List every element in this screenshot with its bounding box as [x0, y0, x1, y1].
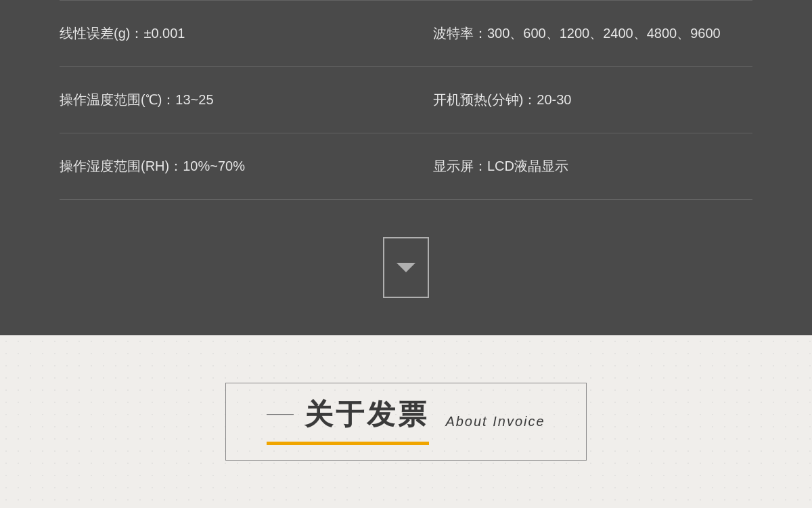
- bottom-section: 关于发票 About Invoice: [0, 335, 812, 508]
- spec-cell-display: 显示屏： LCD液晶显示: [406, 133, 752, 200]
- spec-value: ±0.001: [143, 26, 185, 41]
- spec-cell-warmup: 开机预热(分钟)： 20-30: [406, 67, 752, 133]
- spec-label: 显示屏：: [433, 157, 487, 175]
- chinese-title: 关于发票: [304, 396, 429, 433]
- chevron-down-icon: [397, 263, 415, 272]
- spec-value: 300、600、1200、2400、4800、9600: [487, 24, 721, 43]
- spec-label: 开机预热(分钟)：: [433, 91, 537, 109]
- title-underline: [267, 442, 429, 445]
- spec-value: 10%~70%: [183, 158, 245, 174]
- spec-value: LCD液晶显示: [487, 157, 568, 175]
- title-line: 关于发票 About Invoice: [267, 396, 545, 433]
- top-section: 线性误差(g)： ±0.001 波特率： 300、600、1200、2400、4…: [0, 0, 812, 335]
- specs-grid: 线性误差(g)： ±0.001 波特率： 300、600、1200、2400、4…: [0, 0, 812, 200]
- spec-label: 波特率：: [433, 24, 487, 43]
- section-title-wrapper: 关于发票 About Invoice: [225, 383, 586, 461]
- title-box: 关于发票 About Invoice: [225, 383, 586, 461]
- spec-label: 操作温度范围(℃)：: [60, 91, 175, 109]
- spec-cell-humidity: 操作湿度范围(RH)： 10%~70%: [60, 133, 406, 200]
- spec-cell-temp: 操作温度范围(℃)： 13~25: [60, 67, 406, 133]
- scroll-button-area: [0, 200, 812, 335]
- spec-label: 线性误差(g)：: [60, 24, 143, 43]
- spec-label: 操作湿度范围(RH)：: [60, 157, 183, 175]
- spec-value: 13~25: [175, 92, 213, 108]
- spec-cell-linearity: 线性误差(g)： ±0.001: [60, 0, 406, 67]
- english-title: About Invoice: [445, 414, 545, 429]
- spec-cell-baud: 波特率： 300、600、1200、2400、4800、9600: [406, 0, 752, 67]
- title-dash-left: [267, 414, 294, 415]
- spec-value: 20-30: [537, 92, 571, 108]
- scroll-down-button[interactable]: [383, 237, 429, 298]
